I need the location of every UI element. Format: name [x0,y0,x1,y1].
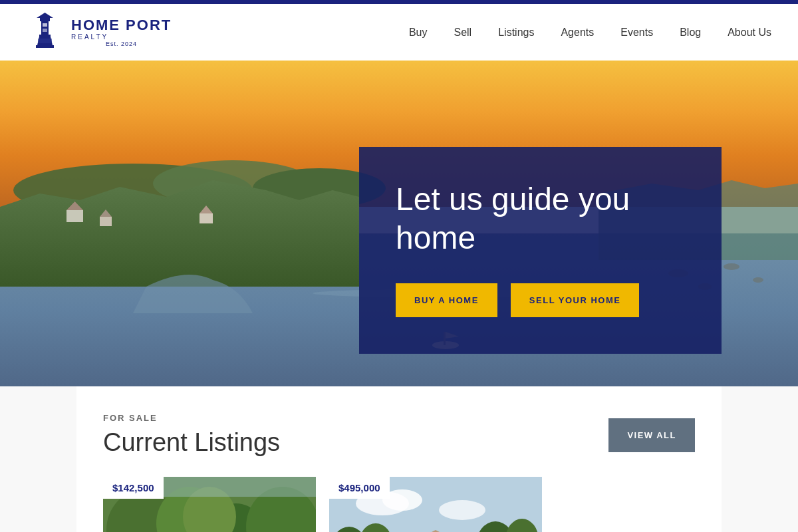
property-price-badge-2: $495,000 [329,477,390,499]
svg-point-28 [724,263,739,270]
svg-rect-17 [66,210,83,222]
svg-point-29 [753,277,763,283]
logo-area: HOME PORT REALTY Est. 2024 [27,11,172,54]
current-listings-title: Current Listings [103,428,280,457]
logo-icon [27,11,63,54]
hero-section: Let us guide you home BUY A HOME SELL YO… [0,61,798,386]
listings-section: FOR SALE Current Listings VIEW ALL [0,386,798,532]
property-card-1[interactable]: $142,500 [103,477,316,532]
for-sale-label: FOR SALE [103,413,280,423]
svg-rect-9 [38,39,52,43]
listings-header: FOR SALE Current Listings VIEW ALL [103,413,695,457]
nav-item-sell[interactable]: Sell [454,27,471,39]
svg-rect-19 [200,213,213,223]
logo-text: HOME PORT REALTY Est. 2024 [71,17,172,47]
nav-item-events[interactable]: Events [620,27,653,39]
svg-rect-6 [36,45,54,48]
svg-marker-1 [37,13,53,18]
svg-point-44 [439,500,485,520]
nav-item-listings[interactable]: Listings [498,27,534,39]
hero-buttons: BUY A HOME SELL YOUR HOME [396,283,685,317]
logo-est: Est. 2024 [71,41,172,47]
svg-rect-4 [39,35,51,37]
sell-home-button[interactable]: SELL YOUR HOME [511,283,640,317]
property-card-2[interactable]: $495,000 [329,477,542,532]
listings-inner: FOR SALE Current Listings VIEW ALL [76,386,722,532]
svg-rect-8 [43,29,47,32]
view-all-button[interactable]: VIEW ALL [608,418,695,452]
nav-item-agents[interactable]: Agents [561,27,594,39]
listings-title-area: FOR SALE Current Listings [103,413,280,457]
svg-rect-7 [43,23,47,27]
nav-item-blog[interactable]: Blog [680,27,701,39]
buy-home-button[interactable]: BUY A HOME [396,283,497,317]
main-nav: Buy Sell Listings Agents Events Blog Abo… [409,27,771,39]
svg-rect-2 [40,18,50,21]
nav-item-buy[interactable]: Buy [409,27,428,39]
logo-subtitle: REALTY [71,33,172,41]
hero-content-box: Let us guide you home BUY A HOME SELL YO… [359,147,722,354]
property-price-badge-1: $142,500 [103,477,164,499]
hero-heading: Let us guide you home [396,180,685,257]
header: HOME PORT REALTY Est. 2024 Buy Sell List… [0,4,798,61]
nav-item-about[interactable]: About Us [728,27,771,39]
svg-rect-21 [100,217,112,226]
logo-title: HOME PORT [71,17,172,33]
property-cards: $142,500 [103,477,695,532]
